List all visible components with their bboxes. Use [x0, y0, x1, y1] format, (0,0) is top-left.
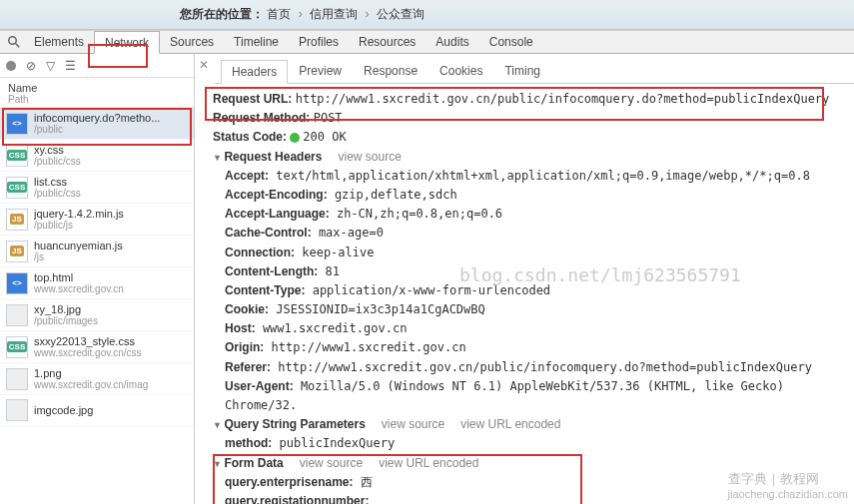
view-icon[interactable]: ☰	[65, 59, 76, 73]
request-row[interactable]: imgcode.jpg	[0, 395, 194, 426]
request-name: huancunyemian.js	[34, 240, 123, 252]
svg-point-0	[9, 37, 17, 45]
request-path: www.sxcredit.gov.cn/imag	[34, 379, 148, 390]
request-path: www.sxcredit.gov.cn/css	[34, 347, 142, 358]
header-row: Cache-Control: max-age=0	[225, 224, 844, 243]
col-name[interactable]: Name	[8, 82, 186, 94]
network-toolbar: ⊘ ▽ ☰	[0, 54, 194, 78]
footer-watermark: 查字典｜教程网 jiaocheng.chazidian.com	[728, 470, 848, 500]
col-path: Path	[8, 94, 186, 105]
header-value: 西	[354, 475, 373, 489]
tab-console[interactable]: Console	[479, 31, 543, 53]
tab-audits[interactable]: Audits	[426, 31, 478, 53]
close-icon[interactable]: ✕	[199, 58, 209, 72]
request-row[interactable]: 1.pngwww.sxcredit.gov.cn/imag	[0, 363, 194, 395]
breadcrumb-item[interactable]: 首页	[267, 7, 291, 21]
header-key: Host:	[225, 321, 256, 335]
tab-sources[interactable]: Sources	[160, 31, 224, 53]
list-header: Name Path	[0, 78, 194, 108]
request-row[interactable]: JSjquery-1.4.2.min.js/public/js	[0, 204, 194, 236]
request-method-label: Request Method:	[213, 111, 310, 125]
header-key: Accept:	[225, 169, 269, 183]
header-row: Accept-Language: zh-CN,zh;q=0.8,en;q=0.6	[225, 205, 844, 224]
header-value: application/x-www-form-urlencoded	[305, 283, 550, 297]
subtab-headers[interactable]: Headers	[221, 60, 288, 84]
request-name: list.css	[34, 176, 81, 188]
header-row: User-Agent: Mozilla/5.0 (Windows NT 6.1)…	[225, 377, 844, 415]
tab-elements[interactable]: Elements	[24, 31, 94, 53]
view-source-link[interactable]: view source	[382, 417, 444, 431]
header-key: Referer:	[225, 360, 271, 374]
request-row[interactable]: CSSsxxy22013_style.csswww.sxcredit.gov.c…	[0, 331, 194, 363]
css-file-icon: CSS	[6, 336, 28, 358]
clear-icon[interactable]: ⊘	[26, 59, 36, 73]
detail-tabs: HeadersPreviewResponseCookiesTiming	[215, 58, 854, 84]
view-source-link[interactable]: view source	[300, 456, 363, 470]
subtab-response[interactable]: Response	[353, 59, 428, 83]
header-key: Content-Length:	[225, 264, 318, 278]
view-url-encoded-link[interactable]: view URL encoded	[460, 417, 560, 431]
request-name: sxxy22013_style.css	[34, 335, 142, 347]
status-code-value: 200 OK	[303, 130, 346, 144]
header-value: text/html,application/xhtml+xml,applicat…	[269, 169, 810, 183]
request-row[interactable]: CSSlist.css/public/css	[0, 172, 194, 204]
subtab-preview[interactable]: Preview	[288, 59, 353, 83]
filter-icon[interactable]: ▽	[46, 59, 55, 73]
request-path: /js	[34, 252, 123, 262]
css-file-icon: CSS	[6, 177, 28, 199]
header-value: Mozilla/5.0 (Windows NT 6.1) AppleWebKit…	[225, 379, 784, 412]
section-query-string[interactable]: Query String Parameters	[213, 417, 366, 431]
breadcrumb: 您所在的位置： 首页 › 信用查询 › 公众查询	[180, 6, 425, 23]
header-value: max-age=0	[312, 226, 384, 240]
tab-resources[interactable]: Resources	[349, 31, 426, 53]
request-path: /public/images	[34, 315, 98, 326]
header-value: http://www1.sxcredit.gov.cn	[264, 340, 465, 354]
header-value: publicIndexQuery	[272, 436, 395, 450]
search-icon[interactable]	[4, 31, 24, 53]
js-file-icon: JS	[6, 209, 28, 231]
header-row: Origin: http://www1.sxcredit.gov.cn	[225, 338, 844, 357]
header-key: method:	[225, 436, 272, 450]
img-file-icon	[6, 399, 28, 421]
section-request-headers[interactable]: Request Headers	[213, 150, 322, 164]
header-value: gzip,deflate,sdch	[328, 188, 457, 202]
request-row[interactable]: xy_18.jpg/public/images	[0, 299, 194, 331]
breadcrumb-label: 您所在的位置：	[180, 7, 264, 21]
header-row: Referer: http://www1.sxcredit.gov.cn/pub…	[225, 358, 844, 377]
request-path: /public/css	[34, 188, 81, 199]
request-row[interactable]: <>infocomquery.do?metho.../public	[0, 108, 194, 140]
request-path: www.sxcredit.gov.cn	[34, 283, 124, 294]
tab-profiles[interactable]: Profiles	[289, 31, 349, 53]
status-ok-icon	[290, 133, 300, 143]
header-row: Connection: keep-alive	[225, 244, 844, 262]
request-row[interactable]: JShuancunyemian.js/js	[0, 236, 194, 267]
breadcrumb-item[interactable]: 信用查询	[310, 7, 358, 21]
header-key: query.registationnumber:	[225, 494, 369, 504]
html-file-icon: <>	[6, 272, 28, 294]
view-url-encoded-link[interactable]: view URL encoded	[379, 456, 478, 470]
request-name: xy.css	[34, 144, 81, 156]
subtab-cookies[interactable]: Cookies	[428, 59, 493, 83]
request-url-value: http://www1.sxcredit.gov.cn/public/infoc…	[296, 92, 830, 106]
page-breadcrumb-bar: 您所在的位置： 首页 › 信用查询 › 公众查询	[0, 0, 854, 30]
section-form-data[interactable]: Form Data	[213, 456, 284, 470]
view-source-link[interactable]: view source	[338, 150, 401, 164]
header-value: www1.sxcredit.gov.cn	[256, 321, 408, 335]
header-row: method: publicIndexQuery	[225, 434, 844, 453]
request-name: 1.png	[34, 367, 148, 379]
request-path: /public/css	[34, 156, 81, 167]
request-row[interactable]: CSSxy.css/public/css	[0, 140, 194, 172]
status-code-label: Status Code:	[213, 130, 287, 144]
header-row: Cookie: JSESSIONID=ix3c3p14a1CgACDwBQ	[225, 300, 844, 319]
subtab-timing[interactable]: Timing	[493, 59, 551, 83]
tab-network[interactable]: Network	[94, 31, 160, 54]
request-name: infocomquery.do?metho...	[34, 112, 160, 124]
breadcrumb-item[interactable]: 公众查询	[377, 7, 425, 21]
header-row: Accept: text/html,application/xhtml+xml,…	[225, 167, 844, 186]
tab-timeline[interactable]: Timeline	[224, 31, 289, 53]
header-row: Accept-Encoding: gzip,deflate,sdch	[225, 186, 844, 205]
network-requests-pane: ⊘ ▽ ☰ Name Path <>infocomquery.do?metho.…	[0, 54, 195, 504]
img-file-icon	[6, 304, 28, 326]
request-row[interactable]: <>top.htmlwww.sxcredit.gov.cn	[0, 267, 194, 299]
record-icon[interactable]	[6, 61, 16, 71]
